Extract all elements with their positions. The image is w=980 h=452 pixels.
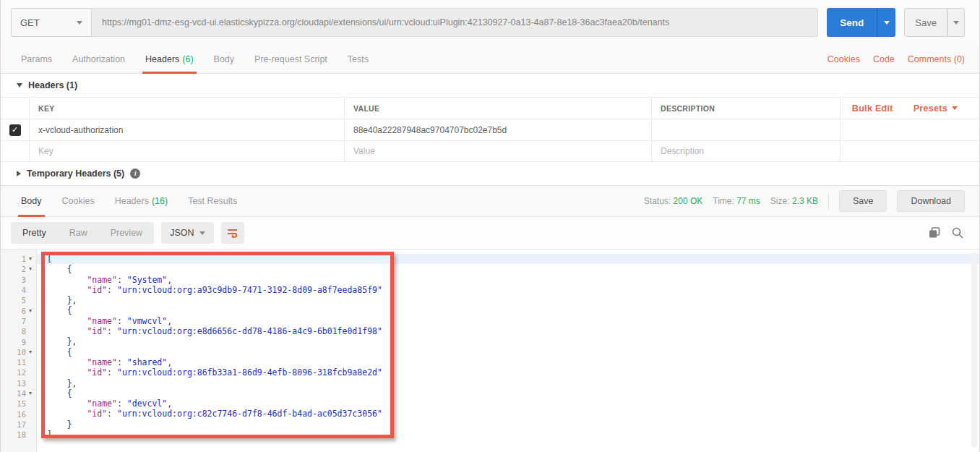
json-key: "id" <box>87 409 107 419</box>
save-request-button[interactable]: Save <box>904 8 947 37</box>
tab-label: Authorization <box>72 54 125 64</box>
gutter-line: 14▾ <box>1 388 36 398</box>
chevron-down-icon <box>884 21 890 25</box>
header-enabled-checkbox[interactable]: ✓ <box>9 124 21 136</box>
view-mode-preview[interactable]: Preview <box>99 222 154 244</box>
code-line: } <box>37 419 979 430</box>
size-value: 2.3 KB <box>792 196 818 206</box>
response-tab-body[interactable]: Body <box>11 186 52 216</box>
download-button[interactable]: Download <box>897 190 965 212</box>
json-punct: { <box>47 264 72 274</box>
tab-label: Body <box>21 196 42 206</box>
presets-dropdown[interactable]: Presets <box>903 103 968 114</box>
search-button[interactable] <box>952 227 963 239</box>
code-line: "id": "urn:vcloud:org:a93c9db9-7471-3192… <box>37 285 979 295</box>
json-string: "urn:vcloud:org:e8d6656c-dd78-4186-a4c9-… <box>117 326 382 336</box>
code-line: { <box>37 347 979 357</box>
save-response-button[interactable]: Save <box>839 190 887 212</box>
link-cookies[interactable]: Cookies <box>828 54 860 64</box>
header-new-row: Key Value Description <box>1 140 979 162</box>
line-number: 8 <box>22 327 26 336</box>
url-text: https://mg01-dmz-esg-vcd-ui.elasticskypi… <box>102 17 669 27</box>
tab-headers[interactable]: Headers(6) <box>135 45 204 73</box>
view-controls: PrettyRawPreview JSON <box>11 222 244 244</box>
new-value-input[interactable]: Value <box>345 141 652 161</box>
json-punct: : <box>107 367 117 378</box>
link-code[interactable]: Code <box>873 54 895 64</box>
json-key: "name" <box>87 275 117 285</box>
response-body-editor[interactable]: 1▾2▾3456▾78910▾11121314▾15161718 [ { "na… <box>1 249 979 452</box>
code-line: { <box>37 388 979 398</box>
url-input[interactable]: https://mg01-dmz-esg-vcd-ui.elasticskypi… <box>92 8 818 37</box>
response-tab-cookies[interactable]: Cookies <box>52 186 105 216</box>
json-string: "urn:vcloud:org:86fb33a1-86d9-4efb-8096-… <box>117 367 382 378</box>
info-icon[interactable]: i <box>130 169 140 179</box>
send-options-button[interactable] <box>877 8 895 37</box>
view-mode-raw[interactable]: Raw <box>58 222 99 244</box>
fold-caret-icon[interactable]: ▾ <box>26 391 35 396</box>
tab-label: Pre-request Script <box>254 54 327 64</box>
tab-authorization[interactable]: Authorization <box>62 45 135 73</box>
header-row-checkbox-cell: ✓ <box>1 119 30 140</box>
fold-caret-icon[interactable]: ▾ <box>26 308 35 314</box>
code-line: { <box>37 305 979 315</box>
copy-button[interactable] <box>929 227 940 239</box>
code-line: "name": "shared", <box>37 357 979 367</box>
time-label: Time: <box>713 196 734 206</box>
json-punct: , <box>167 275 172 285</box>
send-button-group: Send <box>827 8 895 37</box>
fold-caret-icon[interactable]: ▾ <box>26 266 35 272</box>
tab-pre-request-script[interactable]: Pre-request Script <box>244 45 338 73</box>
method-label: GET <box>20 17 40 28</box>
json-punct: { <box>47 347 72 357</box>
headers-section-title: Headers (1) <box>28 80 77 90</box>
json-string: "devcvl" <box>127 398 167 409</box>
headers-section-toggle[interactable]: Headers (1) <box>1 74 979 97</box>
format-dropdown[interactable]: JSON <box>161 222 214 244</box>
code-line: [ <box>37 254 979 264</box>
fold-caret-icon[interactable]: ▾ <box>26 256 35 262</box>
new-key-input[interactable]: Key <box>30 141 345 161</box>
response-tab-test-results[interactable]: Test Results <box>178 186 247 216</box>
line-number: 5 <box>22 296 26 304</box>
bulk-edit-link[interactable]: Bulk Edit <box>842 103 903 114</box>
gutter-line: 13 <box>1 378 36 388</box>
line-number: 16 <box>17 410 26 419</box>
json-string: "urn:vcloud:org:a93c9db9-7471-3192-8d09-… <box>117 285 382 295</box>
header-description-cell[interactable] <box>652 119 841 140</box>
header-key-cell[interactable]: x-vcloud-authorization <box>30 119 345 140</box>
response-tab-headers[interactable]: Headers(16) <box>105 186 178 216</box>
new-description-input[interactable]: Description <box>652 141 841 161</box>
response-meta: Status: 200 OK Time: 77 ms Size: 2.3 KB <box>644 196 818 206</box>
method-select[interactable]: GET <box>11 8 92 37</box>
temporary-headers-toggle[interactable]: Temporary Headers (5) i <box>1 162 979 185</box>
fold-caret-icon[interactable]: ▾ <box>26 349 35 355</box>
header-value-cell[interactable]: 88e40a22287948ac9704707bc02e7b5d <box>345 119 652 140</box>
editor-gutter: 1▾2▾3456▾78910▾11121314▾15161718 <box>1 250 37 452</box>
request-tabs: ParamsAuthorizationHeaders(6)BodyPre-req… <box>11 45 379 73</box>
editor-code-area[interactable]: [ { "name": "System", "id": "urn:vcloud:… <box>37 250 979 452</box>
tab-tests[interactable]: Tests <box>338 45 379 73</box>
code-line: ] <box>37 430 979 440</box>
tab-label: Headers <box>115 196 149 206</box>
view-mode-pretty[interactable]: Pretty <box>11 222 58 244</box>
tab-body[interactable]: Body <box>204 45 245 73</box>
temporary-headers-title: Temporary Headers (5) <box>27 169 124 179</box>
json-punct: [ <box>47 254 52 264</box>
headers-table-header-row: KEY VALUE DESCRIPTION ••• Bulk Edit Pres… <box>1 97 979 119</box>
json-punct: } <box>47 419 72 430</box>
line-number: 13 <box>17 379 26 388</box>
line-number: 17 <box>17 420 26 429</box>
send-button[interactable]: Send <box>827 8 877 37</box>
json-punct <box>47 398 87 409</box>
format-label: JSON <box>170 228 194 238</box>
save-options-button[interactable] <box>947 8 965 37</box>
json-key: "name" <box>87 316 117 326</box>
tab-params[interactable]: Params <box>11 45 62 73</box>
wrap-text-button[interactable] <box>221 222 244 244</box>
line-number: 18 <box>17 430 26 439</box>
code-line: "name": "System", <box>37 275 979 285</box>
editor-scrollbar[interactable] <box>971 252 977 448</box>
link-comments-0[interactable]: Comments (0) <box>908 54 965 64</box>
new-row-checkbox-cell <box>1 141 30 161</box>
